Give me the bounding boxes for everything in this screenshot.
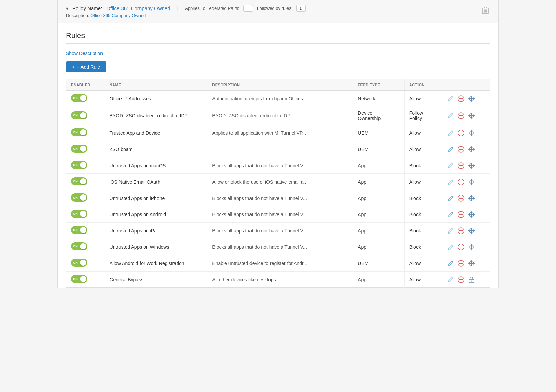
td-action-icons: [443, 206, 490, 223]
toggle-knob: [80, 129, 86, 135]
drag-icon[interactable]: [468, 244, 475, 250]
td-enabled: ON: [66, 255, 105, 272]
edit-icon[interactable]: [448, 130, 454, 136]
toggle-switch[interactable]: ON: [71, 275, 87, 283]
toggle-switch[interactable]: ON: [71, 161, 87, 169]
remove-icon[interactable]: [457, 276, 465, 283]
td-action-icons: [443, 223, 490, 239]
td-enabled: ON: [66, 190, 105, 206]
rules-table: ENABLED NAME DESCRIPTION FEED TYPE ACTIO…: [66, 79, 490, 288]
td-enabled: ON: [66, 272, 105, 288]
action-icons-group: [448, 95, 485, 102]
delete-policy-button[interactable]: [481, 5, 490, 17]
toggle-knob: [80, 276, 86, 282]
td-enabled: ON: [66, 174, 105, 190]
toggle-label: ON: [73, 228, 78, 232]
show-description-link[interactable]: Show Description: [66, 51, 103, 56]
edit-icon[interactable]: [448, 146, 454, 152]
td-feed-type: Network: [353, 91, 404, 107]
td-action: Block: [404, 206, 443, 223]
toggle-switch[interactable]: ON: [71, 242, 87, 250]
toggle-knob: [80, 211, 86, 217]
td-action-icons: [443, 157, 490, 174]
action-icons-group: [448, 227, 485, 235]
toggle-switch[interactable]: ON: [71, 226, 87, 234]
edit-icon[interactable]: [448, 113, 454, 119]
drag-icon[interactable]: [468, 179, 475, 185]
toggle-switch[interactable]: ON: [71, 145, 87, 153]
edit-icon[interactable]: [448, 211, 454, 218]
toggle-switch[interactable]: ON: [71, 177, 87, 185]
drag-icon[interactable]: [468, 162, 475, 169]
drag-icon[interactable]: [468, 95, 475, 102]
toggle-label: ON: [73, 163, 78, 167]
td-name: Untrusted Apps on iPhone: [105, 190, 207, 206]
remove-icon[interactable]: [457, 95, 465, 102]
drag-icon[interactable]: [468, 195, 475, 202]
td-feed-type: App: [353, 190, 404, 206]
td-action-icons: [443, 91, 490, 107]
edit-icon[interactable]: [448, 260, 454, 266]
td-feed-type: App: [353, 223, 404, 239]
description-label: Description:: [66, 13, 89, 18]
td-action: Allow: [404, 174, 443, 190]
td-enabled: ON: [66, 125, 105, 141]
toggle-switch[interactable]: ON: [71, 128, 87, 136]
drag-icon[interactable]: [468, 112, 475, 119]
td-action-icons: [443, 255, 490, 272]
remove-icon[interactable]: [457, 227, 465, 235]
table-header-row: ENABLED NAME DESCRIPTION FEED TYPE ACTIO…: [66, 79, 490, 91]
add-rule-icon: +: [72, 64, 75, 70]
td-description: Enable untrusted device to register for …: [207, 255, 353, 272]
remove-icon[interactable]: [457, 211, 465, 218]
edit-icon[interactable]: [448, 228, 454, 234]
remove-icon[interactable]: [457, 129, 465, 137]
applies-to-value: 1: [243, 5, 253, 12]
toggle-knob: [80, 95, 86, 101]
td-feed-type: App: [353, 239, 404, 255]
toggle-switch[interactable]: ON: [71, 259, 87, 267]
followed-by-value: 0: [296, 5, 306, 12]
toggle-label: ON: [73, 180, 78, 183]
td-name: iOS Native Email OAuth: [105, 174, 207, 190]
table-row: ON Untrusted Apps on AndroidBlocks all a…: [66, 206, 490, 223]
drag-icon[interactable]: [468, 146, 475, 153]
td-description: Blocks all apps that do not have a Tunne…: [207, 239, 353, 255]
remove-icon[interactable]: [457, 194, 465, 202]
drag-icon[interactable]: [468, 130, 475, 136]
toggle-switch[interactable]: ON: [71, 94, 87, 102]
table-row: ON Untrusted Apps on macOSBlocks all app…: [66, 157, 490, 174]
toggle-knob: [80, 178, 86, 184]
edit-icon[interactable]: [448, 96, 454, 102]
toggle-switch[interactable]: ON: [71, 193, 87, 202]
edit-icon[interactable]: [448, 163, 454, 169]
toggle-knob: [80, 162, 86, 168]
remove-icon[interactable]: [457, 112, 465, 119]
td-action-icons: [443, 239, 490, 255]
remove-icon[interactable]: [457, 162, 465, 169]
remove-icon[interactable]: [457, 243, 465, 251]
td-action: Block: [404, 239, 443, 255]
edit-icon[interactable]: [448, 195, 454, 201]
rules-section: Rules Show Description + + Add Rule ENAB…: [58, 23, 498, 288]
remove-icon[interactable]: [457, 178, 465, 186]
lock-icon[interactable]: [468, 276, 475, 283]
edit-icon[interactable]: [448, 179, 454, 185]
drag-icon[interactable]: [468, 211, 475, 218]
remove-icon[interactable]: [457, 260, 465, 267]
add-rule-button[interactable]: + + Add Rule: [66, 61, 106, 72]
edit-icon[interactable]: [448, 277, 454, 283]
toggle-switch[interactable]: ON: [71, 210, 87, 218]
drag-icon[interactable]: [468, 227, 475, 234]
edit-icon[interactable]: [448, 244, 454, 250]
collapse-chevron-icon[interactable]: ▾: [66, 6, 68, 11]
th-description: DESCRIPTION: [207, 79, 353, 91]
remove-icon[interactable]: [457, 146, 465, 153]
toggle-knob: [80, 146, 86, 152]
header-divider: |: [177, 6, 179, 11]
toggle-switch[interactable]: ON: [71, 111, 87, 119]
drag-icon[interactable]: [468, 260, 475, 267]
toggle-label: ON: [73, 277, 78, 281]
td-name: Office IP Addresses: [105, 91, 207, 107]
td-enabled: ON: [66, 157, 105, 174]
